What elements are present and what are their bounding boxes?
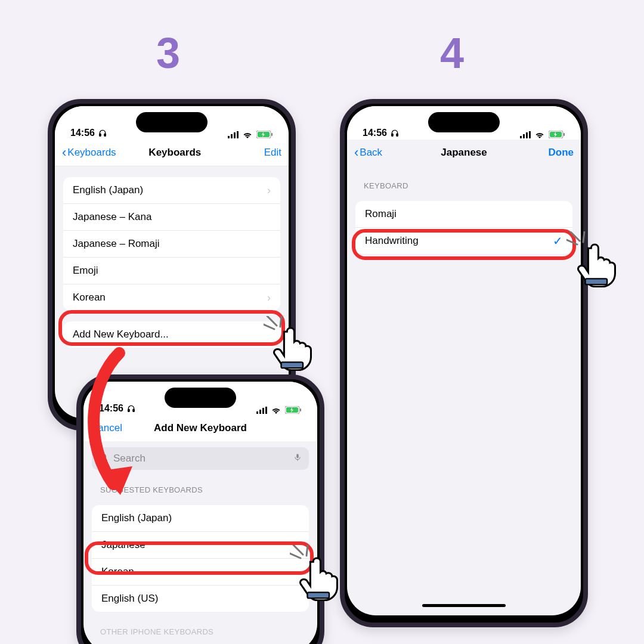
list-item[interactable]: English (Japan)› xyxy=(63,177,280,203)
svg-rect-0 xyxy=(100,134,101,136)
list-item[interactable]: Korean› xyxy=(63,284,280,311)
row-label: Japanese – Romaji xyxy=(73,238,160,250)
highlight-japanese xyxy=(85,541,314,575)
svg-rect-17 xyxy=(262,408,264,414)
chevron-left-icon: ‹ xyxy=(354,145,358,160)
tap-hand-icon xyxy=(270,324,316,371)
headphones-icon xyxy=(98,129,107,137)
nav-bar: ‹ Back Japanese Done xyxy=(347,140,581,166)
svg-rect-8 xyxy=(271,133,273,136)
tap-hand-icon xyxy=(574,241,620,287)
svg-rect-4 xyxy=(234,132,236,138)
list-item[interactable]: English (US) xyxy=(92,585,309,612)
dynamic-island xyxy=(136,112,208,132)
mic-icon[interactable] xyxy=(293,452,302,466)
battery-icon xyxy=(285,406,302,414)
svg-rect-35 xyxy=(529,131,531,138)
step-number-3: 3 xyxy=(156,29,180,78)
status-time: 14:56 xyxy=(363,128,387,138)
status-time: 14:56 xyxy=(70,128,95,138)
svg-rect-21 xyxy=(300,408,301,411)
list-item[interactable]: Japanese – Romaji xyxy=(63,230,280,257)
arrow-icon xyxy=(78,347,161,516)
tap-hand-icon xyxy=(296,555,342,601)
nav-title: Japanese xyxy=(402,147,526,159)
back-label: Keyboards xyxy=(67,147,116,159)
svg-rect-29 xyxy=(308,592,330,598)
phone-4: 14:56 ‹ Back Japanese Done KEYBOARD xyxy=(340,99,588,627)
list-item-romaji[interactable]: Romaji xyxy=(355,201,572,227)
svg-rect-3 xyxy=(231,134,233,138)
step-number-4: 4 xyxy=(440,29,464,78)
svg-rect-34 xyxy=(526,132,528,138)
back-label: Back xyxy=(360,147,382,159)
svg-rect-12 xyxy=(281,362,304,368)
svg-rect-15 xyxy=(256,411,258,414)
svg-rect-30 xyxy=(392,134,393,136)
battery-icon xyxy=(549,131,565,138)
wifi-icon xyxy=(534,131,545,138)
battery-icon xyxy=(256,131,273,138)
back-button[interactable]: ‹ Back xyxy=(354,145,402,160)
svg-rect-42 xyxy=(586,278,608,284)
svg-line-27 xyxy=(293,545,303,555)
list-item[interactable]: Japanese – Kana xyxy=(63,203,280,230)
svg-rect-33 xyxy=(523,134,525,138)
svg-rect-18 xyxy=(265,407,267,414)
row-label: English (Japan) xyxy=(73,184,143,196)
nav-bar: ‹ Keyboards Keyboards Edit xyxy=(55,140,289,166)
home-indicator xyxy=(347,595,581,615)
dynamic-island xyxy=(165,388,236,408)
chevron-right-icon: › xyxy=(267,184,271,197)
svg-rect-2 xyxy=(228,136,230,138)
nav-title: Keyboards xyxy=(116,147,234,159)
svg-rect-24 xyxy=(296,454,299,458)
highlight-add-keyboard xyxy=(58,310,285,346)
svg-rect-31 xyxy=(397,134,398,136)
row-label: Korean xyxy=(73,292,106,304)
back-button[interactable]: ‹ Keyboards xyxy=(62,145,116,160)
row-label: Emoji xyxy=(73,265,98,277)
svg-rect-16 xyxy=(259,410,261,414)
row-label: English (US) xyxy=(101,593,158,605)
headphones-icon xyxy=(391,129,399,137)
row-label: Japanese – Kana xyxy=(73,211,151,223)
highlight-handwriting xyxy=(352,229,576,260)
cellular-icon xyxy=(256,407,267,414)
wifi-icon xyxy=(271,406,281,414)
section-header: KEYBOARD xyxy=(364,181,564,190)
chevron-right-icon: › xyxy=(267,292,271,304)
list-item[interactable]: Emoji xyxy=(63,257,280,284)
svg-rect-38 xyxy=(564,133,565,136)
svg-line-40 xyxy=(570,231,580,241)
svg-rect-1 xyxy=(104,134,106,136)
cellular-icon xyxy=(228,131,239,138)
edit-button[interactable]: Edit xyxy=(234,147,281,159)
row-label: Romaji xyxy=(365,208,397,220)
chevron-left-icon: ‹ xyxy=(62,145,66,160)
section-header: OTHER IPHONE KEYBOARDS xyxy=(100,627,301,636)
cellular-icon xyxy=(520,131,531,138)
dynamic-island xyxy=(428,112,500,132)
svg-rect-5 xyxy=(237,131,239,138)
svg-rect-32 xyxy=(520,136,522,138)
keyboards-list: English (Japan)› Japanese – Kana Japanes… xyxy=(63,177,280,311)
done-button[interactable]: Done xyxy=(526,147,574,159)
wifi-icon xyxy=(242,131,253,138)
